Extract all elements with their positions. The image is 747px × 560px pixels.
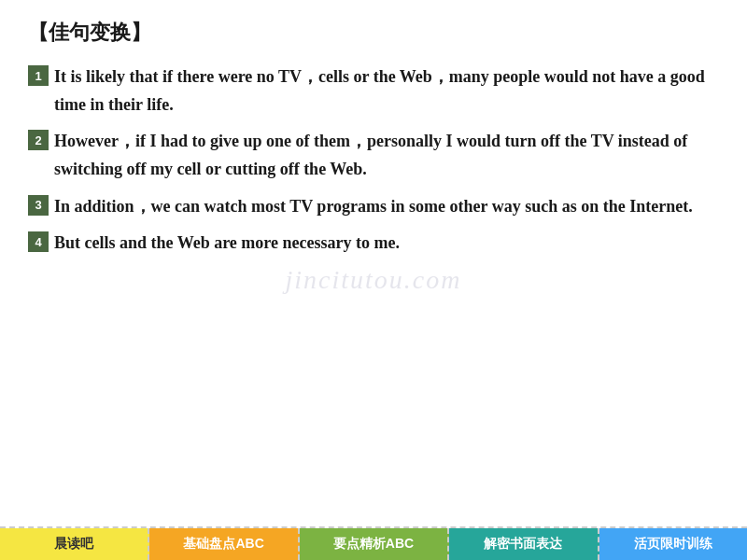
nav-item[interactable]: 基础盘点ABC — [149, 528, 299, 560]
sentence-text: In addition，we can watch most TV program… — [54, 193, 693, 221]
bottom-nav: 晨读吧基础盘点ABC要点精析ABC解密书面表达活页限时训练 — [0, 526, 747, 560]
number-badge: 3 — [28, 195, 49, 216]
sentence-block: 4But cells and the Web are more necessar… — [28, 230, 719, 258]
nav-container: 晨读吧基础盘点ABC要点精析ABC解密书面表达活页限时训练 — [0, 528, 747, 560]
sentences-container: 1It is likely that if there were no TV，c… — [28, 63, 719, 258]
nav-item[interactable]: 活页限时训练 — [599, 528, 747, 560]
nav-item[interactable]: 要点精析ABC — [300, 528, 449, 560]
sentence-block: 1It is likely that if there were no TV，c… — [28, 63, 719, 119]
sentence-text: It is likely that if there were no TV，ce… — [54, 63, 719, 119]
number-badge: 1 — [28, 65, 49, 86]
content-area: 【佳句变换】 1It is likely that if there were … — [28, 19, 719, 304]
nav-item[interactable]: 晨读吧 — [0, 528, 149, 560]
sentence-block: 3In addition，we can watch most TV progra… — [28, 193, 719, 221]
sentence-text: However，if I had to give up one of them，… — [54, 128, 719, 183]
number-badge: 4 — [28, 231, 49, 252]
page-container: 【佳句变换】 1It is likely that if there were … — [0, 0, 747, 560]
number-badge: 2 — [28, 130, 49, 150]
sentence-text: But cells and the Web are more necessary… — [54, 230, 400, 258]
sentence-block: 2However，if I had to give up one of them… — [28, 128, 719, 183]
nav-item[interactable]: 解密书面表达 — [449, 528, 599, 560]
page-title: 【佳句变换】 — [28, 19, 719, 47]
